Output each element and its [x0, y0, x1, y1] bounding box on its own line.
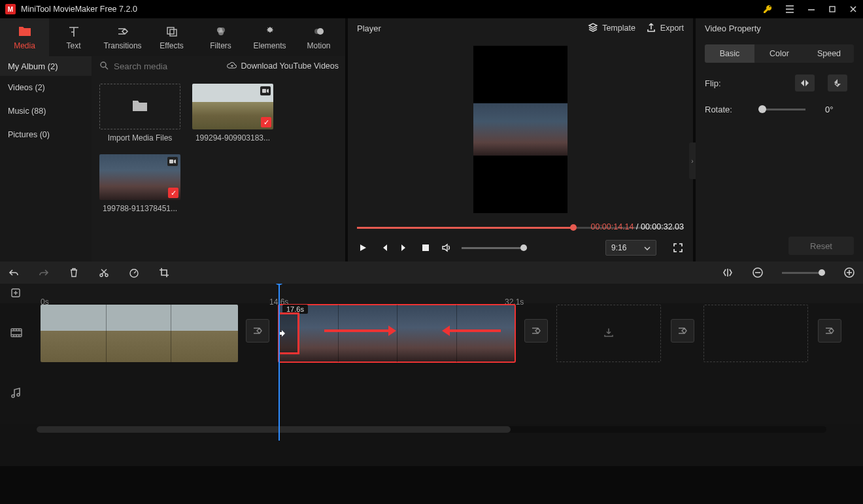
search-icon: [99, 61, 109, 72]
rotate-label: Rotate:: [705, 105, 741, 114]
elements-icon: [263, 24, 277, 39]
media-item[interactable]: ✓ 199788-911378451...: [99, 154, 180, 213]
used-check-icon: ✓: [261, 117, 271, 127]
toolbar-text[interactable]: Text: [49, 18, 98, 56]
sidebar-item-videos[interactable]: Videos (2): [0, 76, 92, 99]
transition-slot[interactable]: [671, 319, 694, 343]
transition-slot[interactable]: [524, 319, 548, 343]
media-item[interactable]: ✓ 199294-909903183...: [192, 84, 273, 143]
zoom-out-button[interactable]: [752, 267, 764, 278]
timeline-ruler[interactable]: 0s 14.6s 32.1s: [0, 284, 863, 303]
transition-slot[interactable]: [246, 319, 269, 343]
toolbar-filters[interactable]: Filters: [196, 18, 245, 56]
key-icon[interactable]: [762, 4, 773, 14]
toolbar-elements[interactable]: Elements: [245, 18, 294, 56]
svg-rect-17: [169, 160, 173, 163]
stop-button[interactable]: [420, 242, 432, 254]
svg-point-19: [100, 274, 103, 277]
prev-frame-button[interactable]: [378, 242, 390, 254]
split-button[interactable]: [98, 267, 110, 278]
download-youtube-button[interactable]: Download YouTube Videos: [227, 61, 339, 71]
minimize-icon[interactable]: [807, 5, 816, 14]
chevron-down-icon: [644, 243, 651, 252]
tab-basic[interactable]: Basic: [705, 44, 754, 63]
sidebar-item-pictures[interactable]: Pictures (0): [0, 123, 92, 146]
flip-horizontal-button[interactable]: [795, 75, 815, 92]
motion-icon: [313, 24, 326, 39]
toolbar-motion[interactable]: Motion: [294, 18, 343, 56]
undo-button[interactable]: [8, 267, 20, 278]
used-check-icon: ✓: [168, 188, 178, 198]
tab-color[interactable]: Color: [754, 44, 804, 63]
redo-button[interactable]: [38, 267, 50, 278]
main-toolbar: Media Text Transitions Effects Filters E…: [0, 18, 345, 56]
zoom-slider[interactable]: [782, 272, 825, 274]
rotate-value: 0°: [825, 105, 833, 114]
fullscreen-button[interactable]: [672, 242, 684, 254]
timeline-scrollbar[interactable]: [37, 426, 826, 433]
tab-speed[interactable]: Speed: [804, 44, 854, 63]
timeline-clip[interactable]: [41, 305, 238, 362]
add-track-icon[interactable]: [10, 288, 21, 300]
album-title[interactable]: My Album (2): [0, 56, 92, 76]
play-button[interactable]: [357, 242, 369, 254]
volume-slider[interactable]: [462, 247, 527, 249]
sidebar-item-music[interactable]: Music (88): [0, 99, 92, 123]
video-badge-icon: [260, 86, 271, 95]
svg-point-13: [314, 29, 320, 34]
folder-icon: [131, 99, 148, 115]
titlebar: M MiniTool MovieMaker Free 7.2.0: [0, 0, 863, 18]
menu-icon[interactable]: [785, 4, 795, 14]
svg-point-11: [218, 30, 224, 35]
trim-handle[interactable]: [279, 312, 299, 354]
filters-icon: [214, 24, 228, 39]
video-track-icon: [10, 328, 22, 339]
timeline-panel: 0s 14.6s 32.1s 17.6s: [0, 261, 863, 466]
volume-button[interactable]: [441, 242, 452, 254]
property-tabs: Basic Color Speed: [705, 44, 854, 63]
video-track: 17.6s: [0, 303, 863, 363]
property-title: Video Property: [696, 18, 863, 38]
svg-rect-18: [422, 244, 429, 251]
placeholder-clip[interactable]: [556, 305, 661, 362]
svg-rect-16: [262, 89, 266, 93]
audio-track: [0, 363, 863, 424]
export-button[interactable]: Export: [646, 22, 684, 35]
annotation-arrow: [448, 329, 501, 332]
svg-rect-4: [830, 7, 835, 12]
property-panel: Video Property › Basic Color Speed Flip:…: [696, 18, 863, 261]
transitions-icon: [116, 24, 129, 39]
speed-button[interactable]: [128, 267, 140, 278]
svg-rect-8: [170, 29, 177, 36]
timeline-clip-selected[interactable]: 17.6s: [279, 305, 515, 362]
seek-bar[interactable]: 00:00:14.14 / 00:00:32.03: [357, 221, 684, 234]
download-placeholder-icon: [603, 327, 615, 341]
panel-collapse-button[interactable]: ›: [689, 143, 696, 179]
aspect-ratio-select[interactable]: 9:16: [605, 240, 656, 256]
player-preview[interactable]: [348, 38, 693, 221]
zoom-fit-button[interactable]: [722, 267, 734, 278]
close-icon[interactable]: [849, 5, 858, 14]
svg-point-21: [130, 269, 138, 277]
svg-rect-7: [167, 27, 174, 34]
toolbar-effects[interactable]: Effects: [147, 18, 196, 56]
player-title: Player: [357, 24, 381, 33]
toolbar-media[interactable]: Media: [0, 18, 49, 56]
placeholder-clip[interactable]: [703, 305, 808, 362]
reset-button[interactable]: Reset: [788, 237, 854, 255]
crop-button[interactable]: [158, 267, 170, 278]
media-header: My Album (2) Download YouTube Videos: [0, 56, 345, 76]
rotate-slider[interactable]: [758, 109, 805, 110]
template-button[interactable]: Template: [588, 22, 635, 35]
next-frame-button[interactable]: [399, 242, 411, 254]
svg-point-20: [105, 274, 108, 277]
maximize-icon[interactable]: [828, 5, 837, 14]
zoom-in-button[interactable]: [843, 267, 855, 278]
music-track-icon: [10, 387, 21, 401]
transition-slot[interactable]: [818, 319, 841, 343]
toolbar-transitions[interactable]: Transitions: [98, 18, 147, 56]
flip-vertical-button[interactable]: [828, 75, 847, 92]
search-input[interactable]: [114, 61, 192, 71]
import-media-button[interactable]: Import Media Files: [99, 84, 180, 143]
delete-button[interactable]: [68, 267, 80, 278]
